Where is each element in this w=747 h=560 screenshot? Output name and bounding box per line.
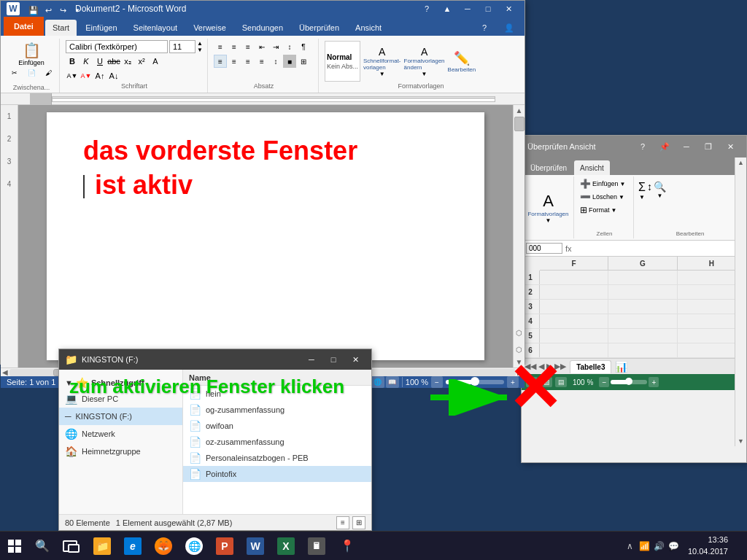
excel-sheet-tabelle3[interactable]: Tabelle3 — [570, 360, 611, 373]
subscript-button[interactable]: x₂ — [121, 55, 134, 68]
excel-restore-button[interactable]: ❐ — [698, 139, 719, 155]
save-button[interactable]: 💾 — [27, 4, 40, 17]
help-icon[interactable]: ? — [475, 20, 494, 36]
excel-name-box[interactable]: 000 — [526, 243, 562, 254]
excel-formatvorlagen-button[interactable]: A — [543, 192, 554, 211]
excel-pin-button[interactable]: 📌 — [654, 139, 675, 155]
search-button[interactable]: 🔍 — [29, 532, 55, 561]
excel-einfuegen-button[interactable]: ➕ Einfügen ▼ — [578, 178, 630, 190]
excel-minimize-button[interactable]: ─ — [676, 139, 697, 155]
excel-close-button[interactable]: ✕ — [720, 139, 740, 155]
view-web-button[interactable]: 🌐 — [371, 376, 384, 388]
cell-g4[interactable] — [608, 314, 677, 328]
cell-g3[interactable] — [608, 300, 677, 314]
font-color-button[interactable]: A▼ — [80, 69, 93, 82]
tray-up-arrow[interactable]: ∧ — [624, 540, 637, 553]
cell-f5[interactable] — [540, 329, 608, 343]
pilcrow-button[interactable]: ¶ — [297, 40, 310, 53]
excel-loeschen-button[interactable]: ➖ Löschen ▼ — [578, 191, 630, 203]
explorer-close[interactable]: ✕ — [345, 351, 365, 368]
show-desktop-button[interactable] — [735, 532, 741, 561]
font-size-decrease[interactable]: A↓ — [107, 69, 120, 82]
excel-help-button[interactable]: ? — [632, 139, 653, 155]
sidebar-item-netzwerk[interactable]: 🌐 Netzwerk — [59, 425, 182, 443]
explorer-item-personaleinsatzbogen[interactable]: 📄 Personaleinsatzbogen - PEB — [183, 450, 371, 466]
line-spacing-button[interactable]: ↕ — [269, 55, 282, 68]
bearbeiten-button[interactable]: ✏️ Bearbeiten — [448, 50, 476, 73]
tab-start[interactable]: Start — [45, 20, 77, 36]
list-ordered-button[interactable]: ≡ — [228, 40, 241, 53]
ribbon-collapse-button[interactable]: ▲ — [437, 1, 457, 17]
paste-button[interactable]: 📋 Einfügen — [7, 40, 56, 68]
taskbar-fileexplorer[interactable]: 📁 — [88, 532, 117, 561]
copy-button[interactable]: 📄 — [23, 68, 39, 78]
excel-format-button[interactable]: ⊞ Format ▼ — [578, 204, 630, 216]
tab-seitenlayout[interactable]: Seitenlayout — [126, 20, 185, 36]
explorer-item-og-zusammenfassung[interactable]: 📄 og-zusammenfassung — [183, 402, 371, 418]
indent-decrease-button[interactable]: ⇤ — [255, 40, 268, 53]
align-center-button[interactable]: ≡ — [228, 55, 241, 68]
cell-f2[interactable] — [540, 285, 608, 299]
taskbar-calculator[interactable]: 🖩 — [302, 532, 331, 561]
borders-button[interactable]: ⊞ — [297, 55, 310, 68]
align-right-button[interactable]: ≡ — [241, 55, 255, 68]
help-button[interactable]: ? — [417, 1, 437, 17]
tray-notification-icon[interactable]: 💬 — [667, 540, 681, 553]
cell-f1[interactable] — [540, 271, 608, 284]
taskbar-powerpoint[interactable]: P — [210, 532, 239, 561]
scrollbar-thumb[interactable] — [514, 117, 525, 131]
italic-button[interactable]: K — [80, 55, 93, 68]
align-left-button[interactable]: ≡ — [214, 55, 227, 68]
excel-formatvorlagen-arrow[interactable]: ▼ — [546, 217, 551, 224]
list-multi-button[interactable]: ≡ — [241, 40, 255, 53]
tab-sendungen[interactable]: Sendungen — [235, 20, 290, 36]
list-unordered-button[interactable]: ≡ — [214, 40, 227, 53]
tab-ansicht[interactable]: Ansicht — [348, 20, 389, 36]
tray-volume-icon[interactable]: 🔊 — [653, 540, 666, 553]
taskbar-clock[interactable]: 13:36 10.04.2017 — [684, 534, 732, 557]
document-area[interactable]: das vorderste Fenster ist aktiv — [18, 105, 513, 368]
strikethrough-button[interactable]: abc — [107, 55, 120, 68]
sidebar-item-kingston[interactable]: ─ KINGSTON (F:) — [59, 408, 182, 425]
taskbar-word[interactable]: W — [241, 532, 270, 561]
format-painter-button[interactable]: 🖌 — [40, 68, 56, 78]
account-icon[interactable]: 👤 — [497, 20, 522, 36]
col-header-f[interactable]: F — [540, 257, 608, 270]
excel-find-button[interactable]: 🔍 ▼ — [654, 181, 666, 199]
excel-zoom-in[interactable]: + — [649, 377, 659, 387]
font-name-selector[interactable]: Calibri (Textkörper) — [66, 40, 168, 53]
explorer-titlebar[interactable]: 📁 KINGSTON (F:) ─ □ ✕ — [59, 349, 371, 370]
sidebar-item-heimnetzgruppe[interactable]: 🏠 Heimnetzgruppe — [59, 443, 182, 460]
formatvorlagen-aendern-button[interactable]: A Formatvorlagenändern ▼ — [404, 46, 445, 77]
cell-g5[interactable] — [608, 329, 677, 343]
font-size-selector[interactable]: 11 — [169, 40, 196, 53]
cell-g6[interactable] — [608, 343, 677, 357]
underline-button[interactable]: U — [93, 55, 107, 68]
explorer-item-oz-zusammenfassung[interactable]: 📄 oz-zusammenfassung — [183, 434, 371, 450]
font-size-arrows[interactable]: ▲▼ — [197, 40, 203, 53]
redo-button[interactable]: ↪ — [56, 4, 69, 17]
explorer-icons-view[interactable]: ⊞ — [352, 516, 365, 529]
highlight-button[interactable]: A▼ — [66, 69, 79, 82]
tab-datei[interactable]: Datei — [4, 17, 44, 36]
col-header-g[interactable]: G — [608, 257, 677, 270]
superscript-button[interactable]: x² — [135, 55, 148, 68]
explorer-item-pointofix[interactable]: 📄 Pointofix — [183, 466, 371, 482]
shading-button[interactable]: ■ — [283, 55, 296, 68]
tray-network-icon[interactable]: 📶 — [638, 540, 651, 553]
justify-button[interactable]: ≡ — [255, 55, 268, 68]
tab-uberpruefen[interactable]: Überprüfen — [292, 20, 347, 36]
schnellformatvorlagen-button[interactable]: A Schnellformat-vorlagen ▼ — [363, 46, 401, 77]
explorer-details-view[interactable]: ≡ — [336, 516, 349, 529]
cell-g2[interactable] — [608, 285, 677, 299]
start-button[interactable] — [0, 532, 29, 561]
taskbar-excel[interactable]: X — [271, 532, 301, 561]
excel-tab-uberpruefen[interactable]: Überprüfen — [525, 160, 573, 175]
tab-einfuegen[interactable]: Einfügen — [78, 20, 124, 36]
clear-format-button[interactable]: A — [149, 55, 162, 68]
vertical-scrollbar[interactable]: ▲ ⬡ ⬡ ▼ — [513, 105, 525, 368]
excel-formatvorlagen-label[interactable]: Formatvorlagen — [527, 211, 568, 217]
taskbar-firefox[interactable]: 🦊 — [149, 532, 178, 561]
maximize-button[interactable]: □ — [478, 1, 498, 17]
minimize-button[interactable]: ─ — [457, 1, 478, 17]
